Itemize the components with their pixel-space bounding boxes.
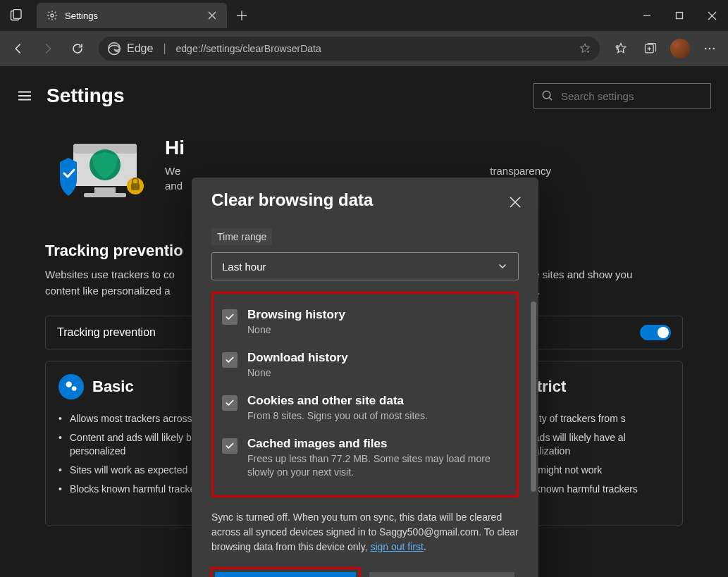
- new-tab-button[interactable]: [230, 4, 254, 27]
- hamburger-icon[interactable]: [17, 88, 32, 104]
- clear-browsing-data-dialog: Clear browsing data Time range Last hour…: [192, 178, 538, 577]
- checkbox-row-cache: Cached images and files Frees up less th…: [222, 430, 508, 486]
- clear-now-button[interactable]: Clear now: [215, 572, 356, 577]
- time-range-label: Time range: [211, 228, 272, 245]
- tracking-prevention-label: Tracking prevention: [57, 326, 156, 339]
- svg-rect-3: [677, 13, 683, 19]
- address-brand: Edge: [127, 42, 153, 55]
- checkbox[interactable]: [222, 438, 237, 454]
- time-range-dropdown[interactable]: Last hour: [211, 252, 519, 280]
- svg-point-18: [66, 382, 72, 387]
- refresh-button[interactable]: [63, 35, 92, 63]
- svg-rect-17: [131, 183, 140, 190]
- svg-rect-13: [94, 187, 116, 193]
- svg-rect-14: [84, 193, 126, 197]
- sync-note: Sync is turned off. When you turn on syn…: [192, 510, 538, 554]
- tracking-prevention-toggle[interactable]: [640, 325, 671, 340]
- checkbox[interactable]: [222, 395, 237, 411]
- profile-button[interactable]: [666, 35, 694, 63]
- svg-point-10: [543, 91, 550, 99]
- checkbox[interactable]: [222, 352, 237, 368]
- checkbox[interactable]: [222, 309, 237, 325]
- svg-point-2: [51, 14, 54, 17]
- privacy-hero-icon: [45, 137, 151, 211]
- favorites-button[interactable]: [607, 35, 635, 63]
- sign-out-link[interactable]: sign out first: [370, 541, 423, 552]
- hero-title: Hi: [165, 137, 185, 159]
- gear-icon: [47, 10, 58, 21]
- data-types-list: Browsing history None Download history N…: [211, 292, 519, 497]
- settings-page: Settings: [0, 66, 728, 577]
- time-range-value: Last hour: [222, 261, 266, 273]
- window-maximize-button[interactable]: [663, 0, 696, 31]
- basic-icon: [58, 374, 84, 399]
- page-title: Settings: [47, 85, 124, 107]
- back-button[interactable]: [4, 35, 32, 63]
- address-bar[interactable]: Edge | edge://settings/clearBrowserData: [99, 37, 600, 61]
- svg-point-4: [109, 43, 121, 55]
- checkbox-subtitle: From 8 sites. Signs you out of most site…: [247, 409, 428, 423]
- tab-title: Settings: [65, 11, 200, 21]
- card-title: Basic: [92, 378, 134, 396]
- window-close-button[interactable]: [696, 0, 728, 31]
- forward-button[interactable]: [34, 35, 62, 63]
- address-url: edge://settings/clearBrowserData: [176, 43, 572, 54]
- search-settings-input[interactable]: [561, 90, 703, 102]
- search-settings[interactable]: [533, 83, 711, 108]
- checkbox-title: Cookies and other site data: [247, 394, 428, 408]
- collections-button[interactable]: [636, 35, 665, 63]
- window-minimize-button[interactable]: [631, 0, 663, 31]
- checkbox-title: Download history: [247, 351, 348, 365]
- checkbox-title: Browsing history: [247, 308, 345, 322]
- dialog-scrollbar[interactable]: [531, 302, 536, 492]
- tab-close-button[interactable]: [207, 11, 217, 20]
- dialog-title: Clear browsing data: [211, 190, 373, 210]
- svg-point-9: [713, 48, 715, 50]
- svg-point-19: [72, 386, 77, 391]
- titlebar: Settings: [0, 0, 728, 31]
- tab-actions-button[interactable]: [0, 0, 32, 31]
- svg-point-7: [705, 48, 707, 50]
- chevron-down-icon: [497, 261, 508, 272]
- avatar: [670, 39, 690, 58]
- edge-logo-icon: [107, 42, 121, 56]
- toolbar: Edge | edge://settings/clearBrowserData: [0, 31, 728, 66]
- add-favorite-icon[interactable]: [579, 42, 591, 55]
- dialog-close-button[interactable]: [503, 190, 527, 214]
- more-button[interactable]: [696, 35, 724, 63]
- browser-tab[interactable]: Settings: [37, 3, 227, 28]
- checkbox-row-browsing-history: Browsing history None: [222, 301, 508, 344]
- cancel-button[interactable]: Cancel: [369, 572, 514, 577]
- checkbox-subtitle: None: [247, 323, 345, 337]
- svg-point-8: [709, 48, 711, 50]
- svg-rect-1: [13, 10, 21, 19]
- checkbox-row-download-history: Download history None: [222, 344, 508, 387]
- search-icon: [541, 89, 554, 102]
- checkbox-row-cookies: Cookies and other site data From 8 sites…: [222, 387, 508, 430]
- checkbox-subtitle: None: [247, 366, 348, 380]
- checkbox-title: Cached images and files: [247, 437, 508, 451]
- checkbox-subtitle: Frees up less than 77.2 MB. Some sites m…: [247, 452, 508, 479]
